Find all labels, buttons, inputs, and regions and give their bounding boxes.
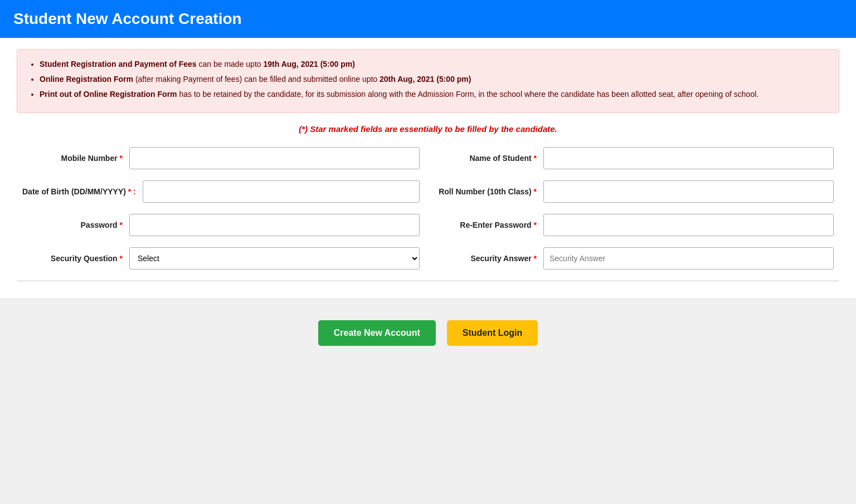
page-header: Student New Account Creation [0, 0, 856, 38]
page-title: Student New Account Creation [13, 10, 242, 27]
mobile-number-label: Mobile Number * [22, 154, 123, 163]
form-grid: Mobile Number * Name of Student * Date o… [17, 147, 839, 270]
notice-bold-1: Student Registration and Payment of Fees [40, 60, 197, 68]
name-student-label: Name of Student * [436, 154, 537, 163]
student-login-button[interactable]: Student Login [447, 320, 538, 346]
form-footer: Create New Account Student Login [0, 298, 856, 368]
password-label: Password * [22, 221, 123, 229]
notice-bold-3: Print out of Online Registration Form [40, 90, 177, 99]
dob-input[interactable] [143, 180, 420, 203]
notice-bold-2: Online Registration Form [40, 75, 133, 84]
notice-date-1: 19th Aug, 2021 (5:00 pm) [263, 60, 354, 68]
roll-number-row: Roll Number (10th Class) * [436, 180, 834, 203]
divider [17, 281, 839, 281]
create-account-button[interactable]: Create New Account [318, 320, 436, 346]
name-student-input[interactable] [543, 147, 834, 169]
roll-number-input[interactable] [543, 180, 834, 203]
password-row: Password * [22, 214, 420, 236]
notice-item-1: Student Registration and Payment of Fees… [40, 58, 828, 70]
security-answer-input[interactable] [543, 247, 834, 270]
mobile-number-input[interactable] [129, 147, 420, 169]
security-answer-row: Security Answer * [436, 247, 834, 270]
name-student-row: Name of Student * [436, 147, 834, 169]
mobile-number-row: Mobile Number * [22, 147, 420, 169]
security-answer-label: Security Answer * [436, 254, 537, 263]
reenter-password-label: Re-Enter Password * [436, 221, 537, 229]
security-question-select[interactable]: Select What is your pet's name? What is … [129, 247, 420, 270]
security-question-row: Security Question * Select What is your … [22, 247, 420, 270]
security-question-label: Security Question * [22, 254, 123, 263]
dob-row: Date of Birth (DD/MM/YYYY) * : [22, 180, 420, 203]
notice-item-3: Print out of Online Registration Form ha… [40, 89, 828, 100]
notice-list: Student Registration and Payment of Fees… [28, 58, 828, 100]
notice-box: Student Registration and Payment of Fees… [17, 49, 839, 113]
notice-item-2: Online Registration Form (after making P… [40, 74, 828, 85]
password-input[interactable] [129, 214, 420, 236]
notice-date-2: 20th Aug, 2021 (5:00 pm) [380, 75, 471, 84]
roll-number-label: Roll Number (10th Class) * [436, 187, 537, 196]
required-note: (*) Star marked fields are essentially t… [17, 124, 839, 134]
dob-label: Date of Birth (DD/MM/YYYY) * : [22, 187, 136, 196]
main-content: Student Registration and Payment of Fees… [0, 38, 856, 298]
reenter-password-input[interactable] [543, 214, 834, 236]
reenter-password-row: Re-Enter Password * [436, 214, 834, 236]
